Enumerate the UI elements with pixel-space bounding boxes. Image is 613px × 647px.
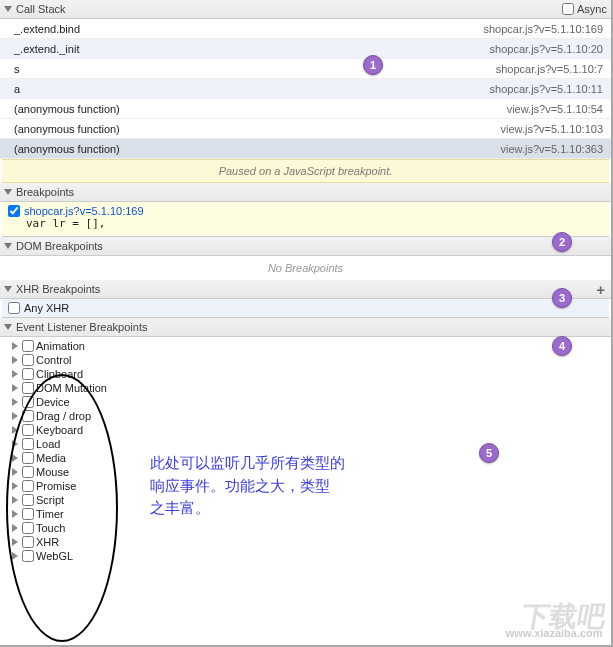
xhr-bp-header[interactable]: XHR Breakpoints + <box>0 280 611 299</box>
event-category[interactable]: XHR <box>12 535 609 549</box>
event-category-label: Timer <box>36 508 64 520</box>
annotation-3: 3 <box>552 288 572 308</box>
event-category-label: DOM Mutation <box>36 382 107 394</box>
event-listener-list: AnimationControlClipboardDOM MutationDev… <box>0 337 611 565</box>
expand-icon <box>12 384 18 392</box>
event-category[interactable]: Drag / drop <box>12 409 609 423</box>
event-category[interactable]: Load <box>12 437 609 451</box>
event-category-checkbox[interactable] <box>22 354 34 366</box>
event-category-checkbox[interactable] <box>22 438 34 450</box>
any-xhr-row[interactable]: Any XHR <box>2 299 609 318</box>
callstack-frame[interactable]: _.extend.bindshopcar.js?v=5.1.10:169 <box>0 19 611 39</box>
frame-location[interactable]: view.js?v=5.1.10:54 <box>507 103 603 115</box>
event-category[interactable]: Touch <box>12 521 609 535</box>
event-category-label: Animation <box>36 340 85 352</box>
breakpoint-code: var lr = [], <box>8 217 603 230</box>
event-category-checkbox[interactable] <box>22 424 34 436</box>
event-category-checkbox[interactable] <box>22 396 34 408</box>
callstack-header[interactable]: Call Stack Async <box>0 0 611 19</box>
expand-icon <box>12 510 18 518</box>
event-category-label: Mouse <box>36 466 69 478</box>
event-category-label: Promise <box>36 480 76 492</box>
expand-icon <box>12 482 18 490</box>
collapse-icon <box>4 189 12 195</box>
frame-location[interactable]: view.js?v=5.1.10:363 <box>501 143 603 155</box>
event-category-label: Touch <box>36 522 65 534</box>
expand-icon <box>12 468 18 476</box>
any-xhr-checkbox[interactable] <box>8 302 20 314</box>
event-category[interactable]: Control <box>12 353 609 367</box>
event-category[interactable]: DOM Mutation <box>12 381 609 395</box>
event-category-checkbox[interactable] <box>22 452 34 464</box>
add-xhr-icon[interactable]: + <box>596 281 605 298</box>
frame-location[interactable]: view.js?v=5.1.10:103 <box>501 123 603 135</box>
annotation-1: 1 <box>363 55 383 75</box>
any-xhr-label: Any XHR <box>24 302 69 314</box>
callstack-frame[interactable]: (anonymous function)view.js?v=5.1.10:103 <box>0 119 611 139</box>
expand-icon <box>12 454 18 462</box>
event-category-checkbox[interactable] <box>22 382 34 394</box>
dom-bp-header[interactable]: DOM Breakpoints <box>0 237 611 256</box>
event-category-label: XHR <box>36 536 59 548</box>
event-category-label: Script <box>36 494 64 506</box>
paused-banner: Paused on a JavaScript breakpoint. <box>2 159 609 183</box>
event-category-checkbox[interactable] <box>22 466 34 478</box>
expand-icon <box>12 356 18 364</box>
frame-function: s <box>14 63 20 75</box>
expand-icon <box>12 342 18 350</box>
callstack-frame[interactable]: sshopcar.js?v=5.1.10:7 <box>0 59 611 79</box>
event-category-checkbox[interactable] <box>22 340 34 352</box>
expand-icon <box>12 426 18 434</box>
expand-icon <box>12 538 18 546</box>
event-category-checkbox[interactable] <box>22 536 34 548</box>
callstack-frame[interactable]: ashopcar.js?v=5.1.10:11 <box>0 79 611 99</box>
event-category-checkbox[interactable] <box>22 550 34 562</box>
dom-bp-empty: No Breakpoints <box>2 256 609 280</box>
event-category-label: WebGL <box>36 550 73 562</box>
breakpoint-item[interactable]: shopcar.js?v=5.1.10:169 var lr = [], <box>2 202 609 237</box>
event-category-checkbox[interactable] <box>22 494 34 506</box>
annotation-5: 5 <box>479 443 499 463</box>
frame-location[interactable]: shopcar.js?v=5.1.10:20 <box>490 43 603 55</box>
async-label: Async <box>577 3 607 15</box>
annotation-2: 2 <box>552 232 572 252</box>
breakpoint-checkbox[interactable] <box>8 205 20 217</box>
breakpoints-title: Breakpoints <box>16 186 607 198</box>
event-category-label: Drag / drop <box>36 410 91 422</box>
expand-icon <box>12 524 18 532</box>
annotation-4: 4 <box>552 336 572 356</box>
breakpoints-header[interactable]: Breakpoints <box>0 183 611 202</box>
dom-bp-title: DOM Breakpoints <box>16 240 607 252</box>
event-category[interactable]: Device <box>12 395 609 409</box>
callstack-frame[interactable]: _.extend._initshopcar.js?v=5.1.10:20 <box>0 39 611 59</box>
frame-location[interactable]: shopcar.js?v=5.1.10:11 <box>490 83 603 95</box>
event-category-checkbox[interactable] <box>22 508 34 520</box>
event-category[interactable]: Animation <box>12 339 609 353</box>
expand-icon <box>12 412 18 420</box>
frame-location[interactable]: shopcar.js?v=5.1.10:7 <box>496 63 603 75</box>
event-category-label: Control <box>36 354 71 366</box>
event-category-checkbox[interactable] <box>22 368 34 380</box>
collapse-icon <box>4 6 12 12</box>
frame-location[interactable]: shopcar.js?v=5.1.10:169 <box>483 23 603 35</box>
event-category-checkbox[interactable] <box>22 522 34 534</box>
event-category[interactable]: Keyboard <box>12 423 609 437</box>
event-category-label: Clipboard <box>36 368 83 380</box>
frame-function: (anonymous function) <box>14 103 120 115</box>
callstack-frame[interactable]: (anonymous function)view.js?v=5.1.10:54 <box>0 99 611 119</box>
frame-function: _.extend.bind <box>14 23 80 35</box>
frame-function: _.extend._init <box>14 43 79 55</box>
event-category-label: Device <box>36 396 70 408</box>
event-category-checkbox[interactable] <box>22 410 34 422</box>
event-category-checkbox[interactable] <box>22 480 34 492</box>
event-category-label: Keyboard <box>36 424 83 436</box>
frame-function: (anonymous function) <box>14 123 120 135</box>
collapse-icon <box>4 324 12 330</box>
event-category[interactable]: Clipboard <box>12 367 609 381</box>
async-checkbox[interactable] <box>562 3 574 15</box>
watermark: 下载吧 www.xiazaiba.com <box>505 604 608 639</box>
event-category[interactable]: WebGL <box>12 549 609 563</box>
collapse-icon <box>4 286 12 292</box>
callstack-frame[interactable]: (anonymous function)view.js?v=5.1.10:363 <box>0 139 611 159</box>
ev-bp-header[interactable]: Event Listener Breakpoints <box>0 318 611 337</box>
